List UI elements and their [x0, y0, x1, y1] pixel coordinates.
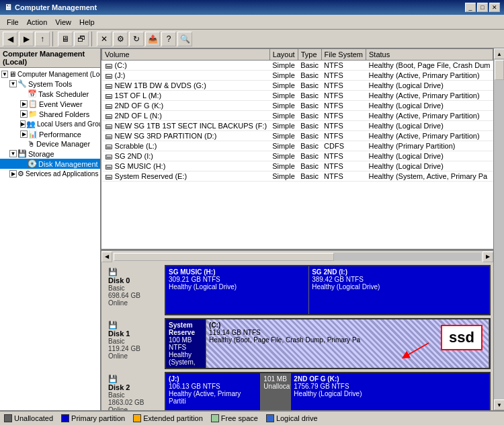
tree-item-services[interactable]: ▶ ⚙ Services ad Applications — [0, 169, 100, 179]
expand-local-users[interactable]: ▶ — [20, 120, 26, 128]
part-size: 100 MB NTFS — [169, 336, 203, 351]
disk-0-part-0[interactable]: SG MUSIC (H:) 309.21 GB NTFS Healthy (Lo… — [166, 266, 309, 314]
v-scrollbar[interactable]: ▲ ▼ — [493, 48, 504, 410]
table-row[interactable]: 🖴SG MUSIC (H:) Simple Basic NTFS Healthy… — [102, 161, 493, 171]
disk-mgmt-label: Disk Management — [38, 160, 98, 168]
properties-button[interactable]: ⚙ — [113, 32, 128, 46]
tree-item-local-users[interactable]: ▶ 👥 Local Users and Groups — [0, 119, 100, 129]
ssd-annotation: ssd — [441, 325, 482, 350]
table-row[interactable]: 🖴System Reserved (E:) Simple Basic NTFS … — [102, 171, 493, 182]
expand-event-viewer[interactable]: ▶ — [20, 100, 28, 108]
table-row[interactable]: 🖴NEW 1TB DW & DVDS (G:) Simple Basic NTF… — [102, 81, 493, 91]
cell-layout: Simple — [269, 91, 298, 101]
table-row[interactable]: 🖴(J:) Simple Basic NTFS Healthy (Active,… — [102, 71, 493, 81]
close-button[interactable]: ✕ — [489, 3, 500, 12]
forward-button[interactable]: ▶ — [19, 32, 34, 46]
disk-0-icon: 💾 — [108, 268, 161, 276]
volume-table-container[interactable]: Volume Layout Type File System Status 🖴(… — [101, 48, 493, 250]
cell-fs: NTFS — [321, 161, 366, 171]
table-row[interactable]: 🖴SG 2ND (I:) Simple Basic NTFS Healthy (… — [102, 151, 493, 161]
cell-fs: NTFS — [321, 61, 366, 71]
up-button[interactable]: ↑ — [35, 32, 50, 46]
delete-button[interactable]: ✕ — [97, 32, 112, 46]
col-volume: Volume — [102, 49, 270, 61]
table-row[interactable]: 🖴2ND OF L (N:) Simple Basic NTFS Healthy… — [102, 111, 493, 121]
cell-fs: NTFS — [321, 81, 366, 91]
tree-item-task-scheduler[interactable]: 📅 Task Scheduler — [0, 89, 100, 99]
part-size: 1756.79 GB NTFS — [294, 383, 487, 390]
menu-action[interactable]: Action — [23, 17, 52, 28]
tree-item-performance[interactable]: ▶ 📊 Performance — [0, 129, 100, 139]
part-status: Healthy (Logical Drive) — [294, 390, 487, 397]
back-button[interactable]: ◀ — [3, 32, 17, 46]
storage-label: Storage — [28, 150, 54, 158]
expand-shared-folders[interactable]: ▶ — [20, 110, 28, 118]
search-button[interactable]: 🔍 — [177, 32, 192, 46]
cell-layout: Simple — [269, 131, 298, 141]
tree-item-device-manager[interactable]: 🖱 Device Manager — [0, 139, 100, 149]
scroll-right-button[interactable]: ▶ — [482, 252, 493, 262]
cell-type: Basic — [298, 71, 321, 81]
tree-item-system-tools[interactable]: ▼ 🔧 System Tools — [0, 79, 100, 89]
tree-item-disk-mgmt[interactable]: 💽 Disk Management — [0, 159, 100, 169]
h-scrollbar[interactable]: ◀ ▶ — [101, 250, 493, 262]
export-button[interactable]: 📤 — [145, 32, 160, 46]
disk-2-part-1[interactable]: 101 MB Unallocate — [261, 373, 291, 410]
cell-layout: Simple — [269, 121, 298, 131]
disk-2-part-0[interactable]: (J:) 106.13 GB NTFS Healthy (Active, Pri… — [166, 373, 261, 410]
table-row[interactable]: 🖴NEW SG 3RD PARTITION (D:) Simple Basic … — [102, 131, 493, 141]
task-scheduler-icon: 📅 — [28, 89, 37, 98]
tree-item-storage[interactable]: ▼ 💾 Storage — [0, 149, 100, 159]
maximize-button[interactable]: □ — [477, 3, 488, 12]
menu-file[interactable]: File — [3, 17, 23, 28]
cell-volume: 🖴(J:) — [102, 71, 270, 81]
tree-item-shared-folders[interactable]: ▶ 📁 Shared Folders — [0, 109, 100, 119]
legend-logical-box — [266, 414, 274, 422]
show-hide-button[interactable]: 🖥 — [58, 32, 73, 46]
cell-status: Healthy (Logical Drive) — [366, 161, 493, 171]
refresh-button[interactable]: ↻ — [129, 32, 144, 46]
expand-system-tools[interactable]: ▼ — [9, 80, 17, 87]
cell-status: Healthy (Logical Drive) — [366, 151, 493, 161]
legend-logical: Logical drive — [266, 414, 318, 422]
table-row[interactable]: 🖴2ND OF G (K:) Simple Basic NTFS Healthy… — [102, 101, 493, 111]
expand-computer-mgmt[interactable]: ▼ — [1, 71, 8, 78]
expand-performance[interactable]: ▶ — [20, 130, 28, 138]
main-area: Computer Management (Local) ▼ 🖥 Computer… — [0, 48, 504, 410]
disk-0-part-1[interactable]: SG 2ND (I:) 389.42 GB NTFS Healthy (Logi… — [309, 266, 489, 314]
disk-0-name: Disk 0 — [108, 276, 161, 284]
cell-type: Basic — [298, 141, 321, 151]
legend-logical-label: Logical drive — [276, 414, 318, 422]
table-row[interactable]: 🖴(C:) Simple Basic NTFS Healthy (Boot, P… — [102, 61, 493, 71]
legend-extended: Extended partition — [133, 414, 203, 422]
minimize-button[interactable]: _ — [465, 3, 476, 12]
part-size: 101 MB — [263, 375, 288, 383]
expand-services[interactable]: ▶ — [9, 170, 17, 178]
scroll-up-button[interactable]: ▲ — [494, 48, 504, 59]
tree-item-computer-mgmt[interactable]: ▼ 🖥 Computer Management (Local — [0, 69, 100, 79]
menu-view[interactable]: View — [51, 17, 75, 28]
table-row[interactable]: 🖴NEW SG 1TB 1ST SECT INCL BACKUPS (F:) S… — [102, 121, 493, 131]
scroll-thumb[interactable] — [495, 60, 504, 80]
cell-fs: NTFS — [321, 121, 366, 131]
table-row[interactable]: 🖴Scrabble (L:) Simple Basic CDFS Healthy… — [102, 141, 493, 151]
menu-help[interactable]: Help — [75, 17, 99, 28]
cell-volume: 🖴NEW SG 1TB 1ST SECT INCL BACKUPS (F:) — [102, 121, 270, 131]
part-status: Healthy (System, — [169, 351, 203, 366]
disk-2-partitions: (J:) 106.13 GB NTFS Healthy (Active, Pri… — [165, 372, 491, 410]
disk-2-part-2[interactable]: 2ND OF G (K:) 1756.79 GB NTFS Healthy (L… — [291, 373, 489, 410]
ssd-label-text: ssd — [449, 329, 474, 346]
tree-item-event-viewer[interactable]: ▶ 📋 Event Viewer — [0, 99, 100, 109]
part-status: Healthy (Active, Primary Partiti — [169, 390, 257, 405]
help-button[interactable]: ? — [161, 32, 176, 46]
app-icon: 🖥 — [4, 3, 12, 12]
storage-icon: 💾 — [17, 149, 27, 158]
shared-folders-label: Shared Folders — [39, 110, 89, 118]
table-row[interactable]: 🖴1ST OF L (M:) Simple Basic NTFS Healthy… — [102, 91, 493, 101]
expand-storage[interactable]: ▼ — [9, 150, 17, 157]
new-window-button[interactable]: 🗗 — [74, 32, 89, 46]
scroll-down-button[interactable]: ▼ — [494, 399, 504, 410]
scroll-left-button[interactable]: ◀ — [101, 252, 112, 262]
disk-1-part-0[interactable]: System Reserve 100 MB NTFS Healthy (Syst… — [166, 319, 206, 368]
volume-table: Volume Layout Type File System Status 🖴(… — [101, 48, 493, 182]
